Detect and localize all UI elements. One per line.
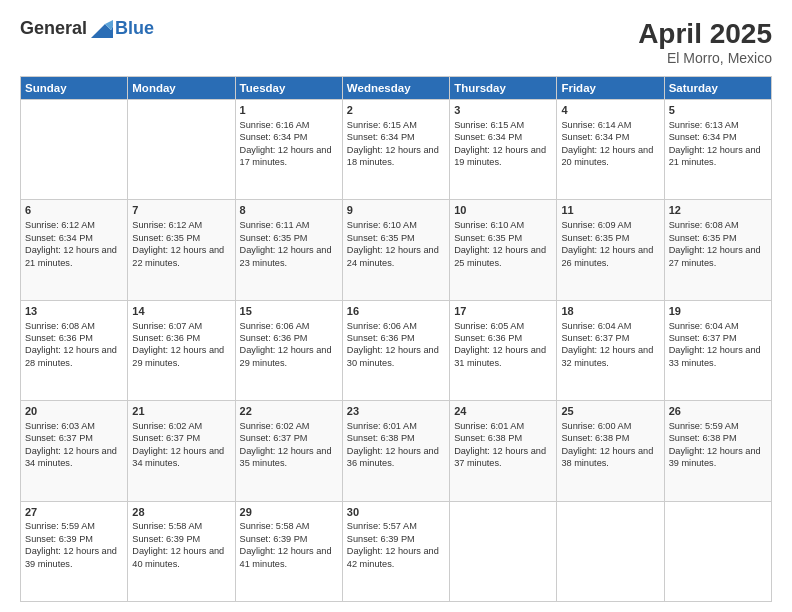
calendar-cell: 12Sunrise: 6:08 AMSunset: 6:35 PMDayligh… <box>664 200 771 300</box>
location-subtitle: El Morro, Mexico <box>638 50 772 66</box>
day-number: 12 <box>669 203 767 218</box>
day-number: 5 <box>669 103 767 118</box>
day-info: Daylight: 12 hours and 34 minutes. <box>25 445 123 470</box>
day-info: Sunset: 6:39 PM <box>347 533 445 545</box>
day-info: Sunset: 6:34 PM <box>240 131 338 143</box>
day-info: Sunset: 6:37 PM <box>240 432 338 444</box>
day-info: Sunrise: 6:15 AM <box>454 119 552 131</box>
calendar-cell: 17Sunrise: 6:05 AMSunset: 6:36 PMDayligh… <box>450 300 557 400</box>
month-title: April 2025 <box>638 18 772 50</box>
day-info: Sunrise: 6:12 AM <box>132 219 230 231</box>
day-info: Sunrise: 6:16 AM <box>240 119 338 131</box>
day-info: Sunrise: 5:59 AM <box>669 420 767 432</box>
calendar-cell: 29Sunrise: 5:58 AMSunset: 6:39 PMDayligh… <box>235 501 342 601</box>
calendar-header-row: Sunday Monday Tuesday Wednesday Thursday… <box>21 77 772 100</box>
calendar-week-row: 27Sunrise: 5:59 AMSunset: 6:39 PMDayligh… <box>21 501 772 601</box>
day-number: 9 <box>347 203 445 218</box>
day-info: Daylight: 12 hours and 21 minutes. <box>25 244 123 269</box>
header: General Blue April 2025 El Morro, Mexico <box>20 18 772 66</box>
day-number: 4 <box>561 103 659 118</box>
day-number: 11 <box>561 203 659 218</box>
day-number: 21 <box>132 404 230 419</box>
calendar-week-row: 1Sunrise: 6:16 AMSunset: 6:34 PMDaylight… <box>21 100 772 200</box>
calendar-cell <box>557 501 664 601</box>
calendar-cell: 30Sunrise: 5:57 AMSunset: 6:39 PMDayligh… <box>342 501 449 601</box>
day-number: 25 <box>561 404 659 419</box>
day-info: Daylight: 12 hours and 29 minutes. <box>240 344 338 369</box>
calendar-cell: 26Sunrise: 5:59 AMSunset: 6:38 PMDayligh… <box>664 401 771 501</box>
day-info: Sunrise: 6:01 AM <box>454 420 552 432</box>
day-number: 1 <box>240 103 338 118</box>
day-info: Sunset: 6:37 PM <box>132 432 230 444</box>
day-info: Sunset: 6:38 PM <box>561 432 659 444</box>
title-block: April 2025 El Morro, Mexico <box>638 18 772 66</box>
day-info: Sunset: 6:34 PM <box>454 131 552 143</box>
day-info: Daylight: 12 hours and 23 minutes. <box>240 244 338 269</box>
calendar-cell: 2Sunrise: 6:15 AMSunset: 6:34 PMDaylight… <box>342 100 449 200</box>
day-info: Daylight: 12 hours and 35 minutes. <box>240 445 338 470</box>
day-number: 16 <box>347 304 445 319</box>
day-number: 27 <box>25 505 123 520</box>
calendar-cell: 11Sunrise: 6:09 AMSunset: 6:35 PMDayligh… <box>557 200 664 300</box>
day-info: Sunset: 6:34 PM <box>561 131 659 143</box>
day-info: Sunset: 6:34 PM <box>25 232 123 244</box>
calendar-week-row: 13Sunrise: 6:08 AMSunset: 6:36 PMDayligh… <box>21 300 772 400</box>
col-friday: Friday <box>557 77 664 100</box>
calendar-cell: 6Sunrise: 6:12 AMSunset: 6:34 PMDaylight… <box>21 200 128 300</box>
day-info: Sunset: 6:37 PM <box>25 432 123 444</box>
day-info: Daylight: 12 hours and 39 minutes. <box>669 445 767 470</box>
calendar-cell: 16Sunrise: 6:06 AMSunset: 6:36 PMDayligh… <box>342 300 449 400</box>
calendar-cell <box>664 501 771 601</box>
day-info: Sunrise: 5:58 AM <box>132 520 230 532</box>
calendar-cell: 15Sunrise: 6:06 AMSunset: 6:36 PMDayligh… <box>235 300 342 400</box>
calendar-cell <box>21 100 128 200</box>
day-number: 18 <box>561 304 659 319</box>
day-info: Daylight: 12 hours and 22 minutes. <box>132 244 230 269</box>
day-info: Daylight: 12 hours and 24 minutes. <box>347 244 445 269</box>
day-info: Sunset: 6:36 PM <box>240 332 338 344</box>
day-info: Sunrise: 5:57 AM <box>347 520 445 532</box>
day-info: Sunset: 6:35 PM <box>669 232 767 244</box>
day-number: 10 <box>454 203 552 218</box>
day-number: 14 <box>132 304 230 319</box>
day-info: Daylight: 12 hours and 38 minutes. <box>561 445 659 470</box>
calendar-cell: 13Sunrise: 6:08 AMSunset: 6:36 PMDayligh… <box>21 300 128 400</box>
logo-icon <box>91 20 113 38</box>
calendar-week-row: 6Sunrise: 6:12 AMSunset: 6:34 PMDaylight… <box>21 200 772 300</box>
day-info: Sunset: 6:36 PM <box>25 332 123 344</box>
day-info: Sunrise: 6:02 AM <box>240 420 338 432</box>
day-info: Sunrise: 6:06 AM <box>347 320 445 332</box>
calendar-cell: 4Sunrise: 6:14 AMSunset: 6:34 PMDaylight… <box>557 100 664 200</box>
day-info: Daylight: 12 hours and 17 minutes. <box>240 144 338 169</box>
day-number: 6 <box>25 203 123 218</box>
calendar-cell: 7Sunrise: 6:12 AMSunset: 6:35 PMDaylight… <box>128 200 235 300</box>
day-info: Sunrise: 6:07 AM <box>132 320 230 332</box>
day-info: Sunrise: 6:12 AM <box>25 219 123 231</box>
day-info: Sunset: 6:39 PM <box>132 533 230 545</box>
day-number: 19 <box>669 304 767 319</box>
calendar-cell: 5Sunrise: 6:13 AMSunset: 6:34 PMDaylight… <box>664 100 771 200</box>
day-info: Sunset: 6:34 PM <box>347 131 445 143</box>
day-info: Daylight: 12 hours and 37 minutes. <box>454 445 552 470</box>
col-sunday: Sunday <box>21 77 128 100</box>
day-info: Sunrise: 6:15 AM <box>347 119 445 131</box>
calendar-cell: 23Sunrise: 6:01 AMSunset: 6:38 PMDayligh… <box>342 401 449 501</box>
day-number: 7 <box>132 203 230 218</box>
day-info: Sunset: 6:36 PM <box>454 332 552 344</box>
day-info: Daylight: 12 hours and 25 minutes. <box>454 244 552 269</box>
calendar-cell: 3Sunrise: 6:15 AMSunset: 6:34 PMDaylight… <box>450 100 557 200</box>
day-info: Daylight: 12 hours and 41 minutes. <box>240 545 338 570</box>
calendar-cell: 9Sunrise: 6:10 AMSunset: 6:35 PMDaylight… <box>342 200 449 300</box>
day-info: Sunset: 6:35 PM <box>132 232 230 244</box>
calendar-page: General Blue April 2025 El Morro, Mexico… <box>0 0 792 612</box>
calendar-cell: 24Sunrise: 6:01 AMSunset: 6:38 PMDayligh… <box>450 401 557 501</box>
col-monday: Monday <box>128 77 235 100</box>
day-info: Sunrise: 6:11 AM <box>240 219 338 231</box>
day-number: 28 <box>132 505 230 520</box>
day-info: Daylight: 12 hours and 34 minutes. <box>132 445 230 470</box>
logo-blue: Blue <box>115 18 154 39</box>
calendar-table: Sunday Monday Tuesday Wednesday Thursday… <box>20 76 772 602</box>
day-number: 15 <box>240 304 338 319</box>
day-info: Sunrise: 6:08 AM <box>669 219 767 231</box>
calendar-cell: 21Sunrise: 6:02 AMSunset: 6:37 PMDayligh… <box>128 401 235 501</box>
